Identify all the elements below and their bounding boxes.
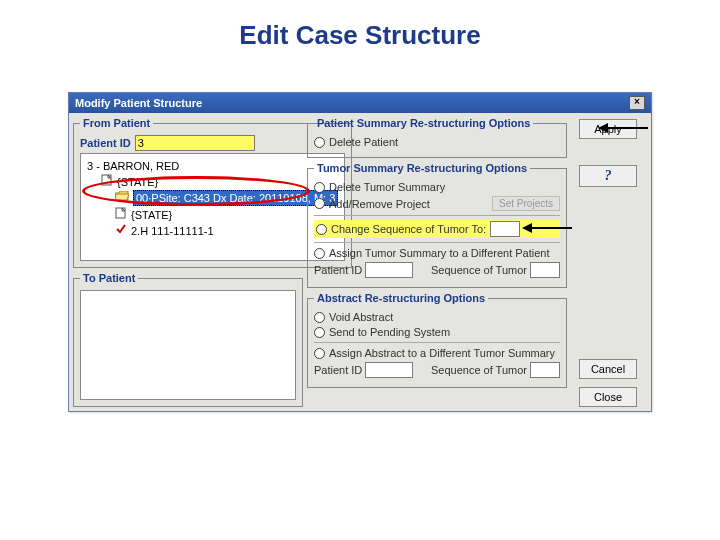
assign-abstract-label: Assign Abstract to a Different Tumor Sum…: [329, 347, 555, 359]
patient-options-legend: Patient Summary Re-structuring Options: [314, 117, 533, 129]
set-projects-button: Set Projects: [492, 196, 560, 211]
page-icon: [115, 207, 127, 222]
tumor-patient-id-input[interactable]: [365, 262, 413, 278]
tree-abstract[interactable]: 2.H 111-11111-1: [115, 223, 338, 238]
tree-root[interactable]: 3 - BARRON, RED: [87, 159, 338, 173]
page-icon: [101, 174, 113, 189]
modify-patient-dialog: Modify Patient Structure × From Patient …: [68, 92, 652, 412]
abstract-options-legend: Abstract Re-structuring Options: [314, 292, 488, 304]
tree-state1-label: {STATE}: [117, 175, 158, 189]
change-sequence-input[interactable]: [490, 221, 520, 237]
check-icon: [115, 223, 127, 238]
patient-options-group: Patient Summary Re-structuring Options D…: [307, 117, 567, 158]
tree-state2[interactable]: {STATE}: [115, 207, 338, 222]
divider: [314, 242, 560, 243]
help-button[interactable]: ?: [579, 165, 637, 187]
delete-patient-radio[interactable]: [314, 137, 325, 148]
add-remove-project-radio[interactable]: [314, 198, 325, 209]
delete-tumor-radio[interactable]: [314, 182, 325, 193]
assign-tumor-radio[interactable]: [314, 248, 325, 259]
tumor-options-group: Tumor Summary Re-structuring Options Del…: [307, 162, 567, 288]
tree-state1[interactable]: {STATE}: [101, 174, 338, 189]
void-abstract-label: Void Abstract: [329, 311, 393, 323]
assign-abstract-radio[interactable]: [314, 348, 325, 359]
abs-seq-input[interactable]: [530, 362, 560, 378]
tumor-seq-input[interactable]: [530, 262, 560, 278]
tumor-seq-label: Sequence of Tumor: [431, 264, 527, 276]
folder-open-icon: [115, 191, 129, 205]
void-abstract-radio[interactable]: [314, 312, 325, 323]
tumor-patient-id-label: Patient ID: [314, 264, 362, 276]
tree-state2-label: {STATE}: [131, 208, 172, 222]
delete-patient-label: Delete Patient: [329, 136, 398, 148]
cancel-button[interactable]: Cancel: [579, 359, 637, 379]
tumor-options-legend: Tumor Summary Re-structuring Options: [314, 162, 530, 174]
abs-seq-label: Sequence of Tumor: [431, 364, 527, 376]
send-pending-radio[interactable]: [314, 327, 325, 338]
to-patient-group: To Patient: [73, 272, 303, 407]
abstract-options-group: Abstract Re-structuring Options Void Abs…: [307, 292, 567, 388]
divider: [314, 342, 560, 343]
divider: [314, 215, 560, 216]
close-dialog-button[interactable]: Close: [579, 387, 637, 407]
abs-patient-id-label: Patient ID: [314, 364, 362, 376]
apply-button[interactable]: Apply: [579, 119, 637, 139]
to-patient-box[interactable]: [80, 290, 296, 400]
delete-tumor-label: Delete Tumor Summary: [329, 181, 445, 193]
abs-patient-id-input[interactable]: [365, 362, 413, 378]
titlebar: Modify Patient Structure ×: [69, 93, 651, 113]
change-sequence-radio[interactable]: [316, 224, 327, 235]
dialog-title: Modify Patient Structure: [75, 97, 202, 109]
tree-abstract-label: 2.H 111-11111-1: [131, 224, 214, 238]
tree-tumor[interactable]: 00·PSite: C343 Dx Date: 20110108, M: 3: [115, 190, 338, 206]
page-title: Edit Case Structure: [0, 20, 720, 51]
add-remove-project-label: Add/Remove Project: [329, 198, 430, 210]
from-patient-legend: From Patient: [80, 117, 153, 129]
assign-tumor-label: Assign Tumor Summary to a Different Pati…: [329, 247, 550, 259]
to-patient-legend: To Patient: [80, 272, 138, 284]
send-pending-label: Send to Pending System: [329, 326, 450, 338]
tree-root-label: 3 - BARRON, RED: [87, 159, 179, 173]
close-icon[interactable]: ×: [629, 96, 645, 110]
patient-id-label: Patient ID: [80, 137, 131, 149]
patient-id-input[interactable]: [135, 135, 255, 151]
patient-tree[interactable]: 3 - BARRON, RED {STATE} 00·PSite: C343 D…: [80, 153, 345, 261]
change-sequence-label: Change Sequence of Tumor To:: [331, 223, 486, 235]
